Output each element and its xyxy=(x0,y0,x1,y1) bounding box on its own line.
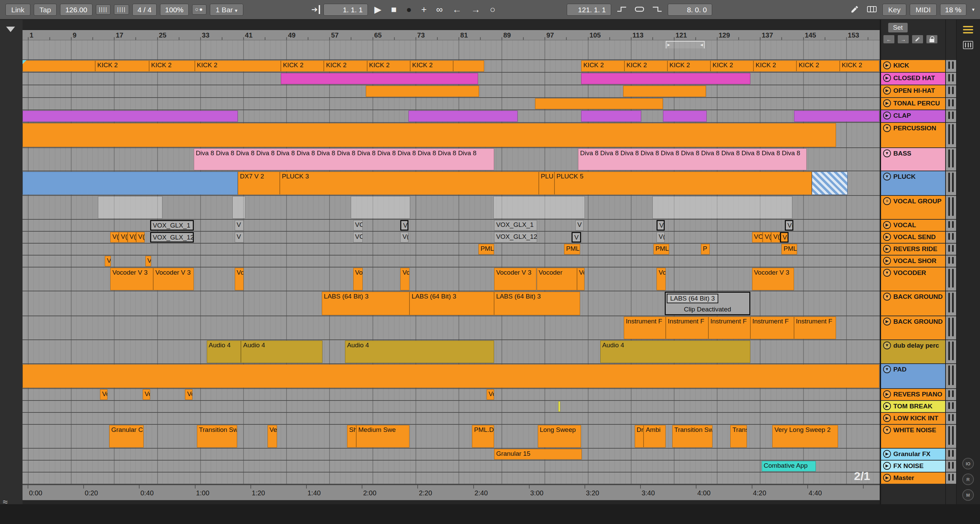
track-play-icon[interactable]: ▶ xyxy=(883,402,891,410)
new-button[interactable]: + xyxy=(418,5,430,14)
pencil-icon[interactable] xyxy=(912,35,923,44)
arrangement-position-field[interactable]: 1. 1. 1 xyxy=(323,4,368,16)
clip[interactable] xyxy=(535,98,663,109)
clip[interactable]: Vo xyxy=(657,268,666,290)
track-lane-white-noise[interactable]: Granular CTransition SwVerShorMedium Swe… xyxy=(22,425,880,449)
loop-start-field[interactable]: 121. 1. 1 xyxy=(567,4,611,16)
track-header-granular-fx[interactable]: ▶Granular FX xyxy=(881,449,945,460)
clip[interactable] xyxy=(22,171,238,195)
clip[interactable]: Vocoder V 3 xyxy=(110,268,153,290)
track-lane-low-kick-int[interactable] xyxy=(22,413,880,425)
clip[interactable] xyxy=(794,111,880,122)
clip[interactable]: PML xyxy=(654,244,669,254)
track-lane-kick[interactable]: KICK 2KICK 2KICK 2KICK 2KICK 2KICK 2KICK… xyxy=(22,60,880,73)
clip[interactable]: V( xyxy=(657,220,665,230)
clip[interactable] xyxy=(232,196,245,219)
track-header-white-noise[interactable]: ▼WHITE NOISE xyxy=(881,425,945,449)
clip[interactable] xyxy=(812,171,848,195)
track-play-icon[interactable]: ▶ xyxy=(883,111,891,119)
clip[interactable]: Long Sweep xyxy=(538,425,581,448)
clip[interactable]: Vo xyxy=(487,389,494,400)
track-header-vocal-send[interactable]: ▶VOCAL SEND xyxy=(881,232,945,244)
hamburger-icon[interactable] xyxy=(963,26,973,35)
clip[interactable]: Diva 8 Diva 8 Diva 8 Diva 8 Diva 8 Diva … xyxy=(578,148,807,170)
clip[interactable]: Ambi xyxy=(644,425,666,448)
track-header-vocal-group[interactable]: ≡VOCAL GROUP xyxy=(881,196,945,220)
clip[interactable]: V( xyxy=(400,220,409,230)
track-header-back-ground[interactable]: ▼BACK GROUND xyxy=(881,291,945,316)
clip[interactable]: KICK 2 xyxy=(840,60,880,71)
clip[interactable]: KICK 2 xyxy=(149,60,195,71)
clip[interactable]: Vo xyxy=(353,268,363,290)
clip[interactable]: LABS (64 Bit) 3 xyxy=(494,292,580,315)
record-button[interactable]: ● xyxy=(403,5,415,14)
clip[interactable]: V( xyxy=(771,232,780,243)
track-lane-master[interactable] xyxy=(22,473,880,484)
clip[interactable] xyxy=(22,123,836,147)
clip[interactable]: VO xyxy=(752,232,763,243)
clip[interactable]: PLUCK 3 xyxy=(280,171,539,195)
clip[interactable]: PML.D xyxy=(472,425,494,448)
track-lane-open-hi-hat[interactable] xyxy=(22,85,880,98)
clip[interactable]: V xyxy=(235,232,244,243)
chevron-down-icon[interactable]: ▾ xyxy=(972,6,975,13)
mixer-grid-icon[interactable] xyxy=(963,41,973,49)
track-play-icon[interactable]: ▶ xyxy=(883,99,891,107)
clip[interactable] xyxy=(22,111,238,122)
play-button[interactable]: ▶ xyxy=(371,5,385,14)
clip[interactable] xyxy=(652,196,792,219)
clip[interactable]: KICK 2 xyxy=(324,60,367,71)
clip[interactable]: Instrument F xyxy=(794,317,836,339)
track-header-percussion[interactable]: ▼PERCUSSION xyxy=(881,123,945,148)
track-lane-back-ground[interactable]: Instrument FInstrument FInstrument FInst… xyxy=(22,316,880,340)
punch-in-icon[interactable] xyxy=(614,6,629,14)
track-header-pluck[interactable]: ▼PLUCK xyxy=(881,171,945,196)
clip[interactable]: Transition Sw xyxy=(197,425,237,448)
clip[interactable]: PML xyxy=(479,244,494,254)
track-play-icon[interactable]: ▶ xyxy=(883,61,891,69)
track-lane-percussion[interactable] xyxy=(22,123,880,148)
clip[interactable] xyxy=(25,413,188,424)
fold-track-icon[interactable]: ▼ xyxy=(883,149,891,157)
clip[interactable]: KICK 2 xyxy=(796,60,839,71)
show-mixer-toggle[interactable]: M xyxy=(962,489,974,501)
clip[interactable]: KICK 2 xyxy=(710,60,753,71)
fold-track-icon[interactable]: ▼ xyxy=(883,426,891,434)
track-lane-vocal-send[interactable]: V(V(V(V(VOX_GLX_12VVCV(VOX_GLX_12VV(VOV(… xyxy=(22,232,880,244)
clip[interactable] xyxy=(281,73,478,84)
clip[interactable] xyxy=(22,60,95,71)
track-lane-revers-piano[interactable]: VoVoVoVo xyxy=(22,389,880,401)
clip[interactable]: V xyxy=(105,256,111,267)
clip[interactable]: V xyxy=(235,220,244,230)
beat-time-ruler[interactable]: 1917253341495765738189971051131211291371… xyxy=(22,30,880,40)
clip[interactable] xyxy=(623,86,706,97)
track-header-kick[interactable]: ▶KICK xyxy=(881,60,945,73)
track-lane-revers-ride[interactable]: PMLPMLPMLPPML xyxy=(22,244,880,256)
track-lane-vocal-shor[interactable]: VV xyxy=(22,256,880,267)
clip[interactable]: Vocoder V 3 xyxy=(494,268,537,290)
arrangement-overview-strip[interactable] xyxy=(22,20,880,30)
track-header-low-kick-int[interactable]: ▶LOW KICK INT xyxy=(881,413,945,425)
keyboard-grid-icon[interactable] xyxy=(865,5,879,14)
clip[interactable]: Instrument F xyxy=(708,317,750,339)
punch-out-icon[interactable] xyxy=(650,6,664,14)
nudge-down-button[interactable]: |||| xyxy=(96,5,111,15)
clip[interactable]: Ver xyxy=(267,425,277,448)
clip[interactable]: Medium Swe xyxy=(356,425,409,448)
arrow-left-icon[interactable]: ← xyxy=(883,35,895,44)
track-header-master[interactable]: ▶Master xyxy=(881,473,945,484)
fold-track-icon[interactable]: ▼ xyxy=(883,124,891,132)
clip[interactable]: KICK 2 xyxy=(753,60,796,71)
groove-amount-field[interactable]: 100% xyxy=(160,4,189,16)
overdub-icon[interactable]: ○ xyxy=(487,5,498,14)
clip[interactable] xyxy=(558,401,560,412)
link-button[interactable]: Link xyxy=(5,4,30,16)
clip[interactable]: VC xyxy=(353,220,363,230)
track-header-revers-piano[interactable]: ▶REVERS PIANO xyxy=(881,389,945,401)
track-header-clap[interactable]: ▶CLAP xyxy=(881,110,945,123)
clip[interactable]: DX7 V 2 xyxy=(238,171,280,195)
loop-switch-icon[interactable] xyxy=(632,6,647,14)
clip[interactable]: V( xyxy=(119,232,127,243)
clip[interactable]: Vocoder V 3 xyxy=(153,268,194,290)
clip[interactable]: LABS (64 Bit) 3 xyxy=(322,292,409,315)
